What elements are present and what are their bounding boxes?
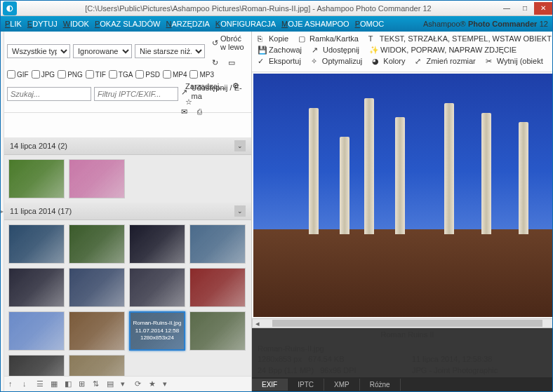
rotate-left-button[interactable]: ↺Obróć w lewo: [212, 34, 248, 51]
filter-icon[interactable]: ▾: [121, 379, 131, 389]
ribbon-toolbar: ⎘Kopie ▢Ramka/Kartka TTEKST, STRZAŁKA, S…: [252, 32, 553, 72]
tab-iptc[interactable]: IPTC: [288, 379, 324, 391]
preview-wall: [253, 229, 553, 317]
format-mp3-checkbox[interactable]: MP3: [189, 70, 214, 79]
type-filter-select[interactable]: Wszystkie typy: [7, 44, 70, 58]
rotate-right-icon[interactable]: ↻: [212, 58, 221, 67]
menu-plik[interactable]: PLIK: [5, 20, 22, 28]
copy-button[interactable]: ⎘Kopie: [258, 34, 288, 43]
thumbnail[interactable]: [8, 311, 65, 351]
view-list-icon[interactable]: ☰: [36, 379, 46, 389]
thumbnail[interactable]: [189, 311, 246, 351]
window-controls: — □ ✕: [498, 2, 552, 15]
format-psd-checkbox[interactable]: PSD: [135, 70, 160, 79]
window-title: [C:\Users\Public\Pictures\Ashampoo Pictu…: [19, 4, 498, 13]
column-shape: [309, 108, 319, 234]
column-shape: [395, 117, 405, 234]
menu-widok[interactable]: WIDOK: [63, 20, 89, 28]
zoom-icon[interactable]: ⊞: [79, 379, 88, 389]
image-preview[interactable]: [253, 74, 553, 317]
menu-pokaz slajdów[interactable]: POKAZ SLAJDÓW: [95, 20, 161, 28]
share2-icon: ↗: [312, 46, 320, 54]
preview-panel: ⎘Kopie ▢Ramka/Kartka TTEKST, STRZAŁKA, S…: [252, 32, 553, 391]
optimize-icon: ✧: [311, 57, 319, 65]
thumbnail[interactable]: [8, 355, 65, 376]
ignore-filter-select[interactable]: Ignorowane: [73, 44, 132, 58]
thumbnail[interactable]: [69, 311, 125, 351]
save-button[interactable]: 💾Zachowaj: [258, 46, 302, 54]
view-fix-button[interactable]: ✨WIDOK, POPRAW, NAPRAW ZDJĘCIE: [369, 46, 517, 54]
info-bar: Roman-Ruins-II.jpg 1280x853 px 674.54 KB…: [252, 341, 553, 377]
thumbnail[interactable]: [129, 224, 185, 264]
caption-text: Roman Ruins II: [381, 330, 434, 339]
menu-moje ashampoo[interactable]: MOJE ASHAMPOO: [281, 20, 349, 28]
collapse-icon[interactable]: ⌄: [234, 140, 246, 151]
nav-up-icon[interactable]: ↑: [8, 379, 18, 389]
format-tga-checkbox[interactable]: TGA: [109, 70, 133, 79]
format-png-checkbox[interactable]: PNG: [58, 70, 83, 79]
tab-misc[interactable]: Różne: [360, 379, 401, 391]
minimize-button[interactable]: —: [498, 2, 516, 15]
thumbnail[interactable]: [189, 268, 246, 307]
thumbnail[interactable]: [8, 224, 65, 264]
maximize-button[interactable]: □: [516, 2, 534, 15]
thumbnail[interactable]: [189, 224, 246, 264]
browser-panel: Wszystkie typy Ignorowane Nie starsze ni…: [4, 32, 252, 391]
format-jpg-checkbox[interactable]: JPG: [32, 70, 55, 79]
export-button[interactable]: ✓Eksportuj: [258, 57, 301, 65]
crop-button[interactable]: ✂Wytnij (obiekt: [486, 57, 543, 65]
thumbnail[interactable]: [129, 268, 185, 307]
group-title: 14 lipca 2014 (2): [10, 142, 67, 150]
menu-konfiguracja[interactable]: KONFIGURACJA: [215, 20, 276, 28]
more-icon[interactable]: ▾: [163, 379, 173, 389]
menu-edytuj[interactable]: EDYTUJ: [27, 20, 58, 28]
group-header-1[interactable]: 14 lipca 2014 (2) ⌄: [4, 137, 251, 155]
print-icon[interactable]: ⎙: [197, 107, 206, 116]
mail-icon[interactable]: ✉: [181, 107, 190, 116]
thumbnail[interactable]: [69, 224, 125, 264]
menu-pomoc[interactable]: POMOC: [355, 20, 385, 28]
nav-down-icon[interactable]: ↓: [22, 379, 32, 389]
colors-button[interactable]: ◕Kolory: [372, 57, 405, 65]
share-email-button[interactable]: ↗Udostępnij / E-ma: [181, 83, 246, 100]
group-icon[interactable]: ▤: [107, 379, 116, 389]
thumbnail[interactable]: [69, 355, 125, 376]
frame-button[interactable]: ▢Ramka/Kartka: [298, 34, 359, 43]
format-gif-checkbox[interactable]: GIF: [7, 70, 29, 79]
caption-bar: Roman Ruins II ✕: [252, 328, 553, 341]
age-filter-select[interactable]: Nie starsze niż...: [135, 44, 205, 58]
thumbnail[interactable]: Roman-Ruins-II.jpg11.07.2014 12:581280x8…: [129, 311, 185, 351]
column-shape: [364, 98, 374, 234]
thumbnail-area: 14 lipca 2014 (2) ⌄ 11 lipca 2014 (17) ⌄…: [4, 137, 251, 376]
monitor-icon[interactable]: ▭: [228, 58, 237, 67]
menu-narzędzia[interactable]: NARZĘDZIA: [166, 20, 209, 28]
group-title: 11 lipca 2014 (17): [10, 207, 72, 215]
format-mp4-checkbox[interactable]: MP4: [163, 70, 187, 79]
brand-label: Ashampoo® Photo Commander 12: [423, 19, 548, 29]
tab-exif[interactable]: EXIF: [252, 379, 288, 391]
share-button[interactable]: ↗Udostępnij: [312, 46, 359, 54]
slider-icon[interactable]: ◧: [65, 379, 74, 389]
refresh-icon[interactable]: ⟳: [135, 379, 145, 389]
titlebar: ◐ [C:\Users\Public\Pictures\Ashampoo Pic…: [1, 1, 552, 16]
preview-scrollbar[interactable]: ◂ ▸: [252, 318, 553, 328]
optimize-button[interactable]: ✧Optymalizuj: [311, 57, 362, 65]
tab-xmp[interactable]: XMP: [324, 379, 360, 391]
view-grid-icon[interactable]: ▦: [51, 379, 60, 389]
thumbnail[interactable]: [8, 159, 65, 198]
collapse-icon[interactable]: ⌄: [234, 205, 246, 217]
fav-icon[interactable]: ★: [149, 379, 159, 389]
close-button[interactable]: ✕: [534, 2, 552, 15]
thumbnail[interactable]: [8, 268, 65, 307]
text-icon: T: [368, 34, 377, 43]
histogram: [519, 341, 553, 377]
format-tif-checkbox[interactable]: TIF: [86, 70, 106, 79]
text-tools-button[interactable]: TTEKST, STRZAŁKA, STEMPEL, WSTAW OBIEKT: [368, 34, 552, 43]
sort-icon[interactable]: ⇅: [93, 379, 102, 389]
group-header-2[interactable]: 11 lipca 2014 (17) ⌄: [4, 203, 251, 220]
frame-icon: ▢: [298, 34, 307, 43]
thumbnail[interactable]: [69, 268, 125, 307]
rotate-icon: ↺: [212, 39, 218, 48]
resize-button[interactable]: ⤢Zmień rozmiar: [415, 57, 475, 65]
thumbnail[interactable]: [69, 159, 125, 198]
